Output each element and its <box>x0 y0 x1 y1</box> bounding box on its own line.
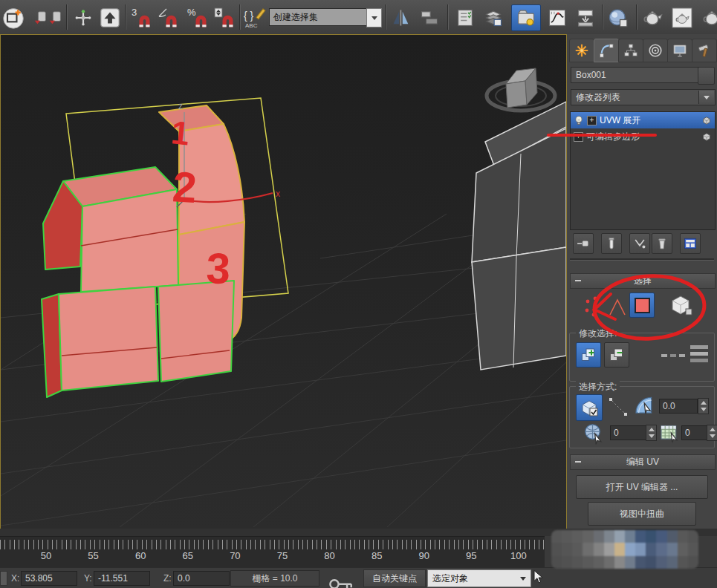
censor-cell <box>583 530 593 543</box>
selection-mode-group: 选择方式: 0.0 0 0 <box>569 386 715 448</box>
timeline-frame-label[interactable]: 50 <box>35 550 57 565</box>
timeline-frame-label[interactable]: 65 <box>177 550 199 565</box>
expand-icon[interactable]: + <box>587 116 597 125</box>
tab-create[interactable] <box>569 39 594 62</box>
rollout-title: 选择 <box>634 275 652 286</box>
x-coordinate-field[interactable]: 53.805 <box>21 571 77 586</box>
z-coordinate-field[interactable]: 0.0 <box>173 571 230 586</box>
ignore-backfacing-button[interactable] <box>576 394 603 421</box>
auto-key-button[interactable]: 自动关键点 <box>363 569 426 587</box>
select-and-move-icon[interactable] <box>71 6 95 30</box>
timeline-frame-label[interactable]: 90 <box>413 550 435 565</box>
modifier-row-uvw-unwrap[interactable]: + UVW 展开 <box>571 112 715 128</box>
angle-snap-icon[interactable] <box>156 6 180 30</box>
point-to-point-icon[interactable] <box>607 396 629 421</box>
rotate-gizmo[interactable] <box>487 68 555 111</box>
censor-cell <box>625 530 635 543</box>
render-setup-icon[interactable] <box>640 6 664 30</box>
timeline-frame-label[interactable]: 100 <box>507 550 530 565</box>
planar-angle-value[interactable]: 0.0 <box>659 399 698 414</box>
tweak-in-view-button[interactable]: 视图中扭曲 <box>588 502 696 526</box>
element-mode-icon[interactable] <box>668 293 693 321</box>
command-panel: Box001 修改器列表 + UVW 展开 + 可编辑多边形 <box>567 34 717 529</box>
tab-utilities[interactable] <box>692 39 717 62</box>
perspective-viewport[interactable]: z x 1 2 3 <box>0 34 567 529</box>
align-icon[interactable] <box>418 6 441 30</box>
edge-mode-icon[interactable] <box>607 295 628 321</box>
grow-selection-button[interactable] <box>576 342 601 368</box>
render-icon[interactable] <box>700 6 717 30</box>
app-badge-icon[interactable] <box>1 6 25 30</box>
show-end-result-button[interactable] <box>601 233 622 254</box>
timeline-frame-label[interactable]: 75 <box>271 550 293 565</box>
censor-cell <box>667 556 678 569</box>
named-selection-set-field[interactable]: 创建选择集 <box>269 8 373 26</box>
pin-stack-button[interactable] <box>573 233 594 254</box>
modifier-list-dropdown[interactable]: 修改器列表 <box>571 89 716 105</box>
scene-explorer-button[interactable] <box>511 4 541 31</box>
timeline-frame-label[interactable]: 70 <box>224 550 246 565</box>
censor-cell <box>551 556 562 569</box>
expand-icon[interactable]: + <box>574 132 583 142</box>
folder-bulb-icon <box>516 7 536 28</box>
timeline-frame-label[interactable]: 95 <box>460 550 482 565</box>
select-and-link-icon[interactable] <box>33 6 49 30</box>
select-object-icon[interactable] <box>98 6 122 30</box>
censor-cell <box>614 556 625 569</box>
unlink-selection-icon[interactable] <box>48 6 64 30</box>
material-editor-icon[interactable] <box>606 6 630 30</box>
spinner-snap-icon[interactable] <box>212 6 236 30</box>
key-filter-dropdown[interactable]: 选定对象 <box>427 569 531 587</box>
dope-sheet-icon[interactable] <box>574 6 597 30</box>
make-unique-button[interactable] <box>629 233 650 254</box>
object-name-field[interactable]: Box001 <box>571 67 700 83</box>
vertex-mode-icon[interactable] <box>583 295 603 321</box>
polygon-mode-button[interactable] <box>629 293 655 318</box>
modifier-row-editable-poly[interactable]: + 可编辑多边形 <box>571 128 715 145</box>
configure-modifier-sets-button[interactable] <box>680 233 701 254</box>
censor-cell <box>583 543 593 555</box>
planar-angle-icon[interactable] <box>632 394 655 419</box>
y-coordinate-field[interactable]: -11.551 <box>94 571 150 586</box>
visibility-bulb-icon[interactable] <box>574 115 584 125</box>
censor-cell <box>635 556 646 569</box>
ring-selection-icon[interactable] <box>661 350 686 363</box>
tab-display[interactable] <box>667 39 692 62</box>
edit-named-selections-icon[interactable]: { }ABC <box>242 6 266 30</box>
mirror-icon[interactable] <box>389 6 413 30</box>
set-keys-icon[interactable] <box>328 577 357 588</box>
clipped-toggle-icon[interactable] <box>0 571 7 586</box>
rendered-frame-window-icon[interactable] <box>670 6 694 30</box>
rollout-selection-header[interactable]: 选择 <box>570 273 716 289</box>
percent-snap-icon[interactable]: % <box>186 6 210 30</box>
censor-cell <box>625 543 635 555</box>
x-coordinate-label: X: <box>11 572 19 584</box>
open-uv-editor-button[interactable]: 打开 UV 编辑器 ... <box>576 475 708 499</box>
layer-manager-icon[interactable] <box>453 6 477 30</box>
group-label: 修改选择: <box>576 327 620 340</box>
timeline-frame-label[interactable]: 55 <box>82 550 105 565</box>
time-slider-ruler[interactable]: 50556065707580859095100 <box>0 536 545 568</box>
curve-editor-icon[interactable] <box>545 6 569 30</box>
rollout-edit-uv-header[interactable]: 编辑 UV <box>570 454 716 470</box>
tab-hierarchy[interactable] <box>618 39 643 62</box>
grid-select-icon[interactable] <box>659 422 680 446</box>
sphere-select-spinner[interactable] <box>646 425 657 441</box>
shrink-selection-button[interactable] <box>604 342 629 368</box>
remove-modifier-button[interactable] <box>652 233 672 254</box>
tab-modify[interactable] <box>594 39 619 62</box>
sphere-select-value[interactable]: 0 <box>610 425 647 440</box>
timeline-frame-label[interactable]: 60 <box>129 550 152 565</box>
timeline-frame-label[interactable]: 80 <box>319 550 341 565</box>
planar-angle-spinner[interactable] <box>698 398 709 414</box>
loop-selection-icon[interactable] <box>689 342 710 369</box>
grid-select-spinner[interactable] <box>707 425 717 441</box>
tab-motion[interactable] <box>643 39 668 62</box>
sphere-select-icon[interactable] <box>583 422 606 448</box>
named-selection-dropdown-button[interactable] <box>366 8 382 27</box>
snap-toggle-3d-icon[interactable]: 3 <box>129 6 153 30</box>
timeline-frame-label[interactable]: 85 <box>366 550 388 565</box>
object-color-button[interactable] <box>698 67 715 85</box>
layer-stack-icon[interactable] <box>481 6 505 30</box>
grid-select-value[interactable]: 0 <box>681 425 710 440</box>
